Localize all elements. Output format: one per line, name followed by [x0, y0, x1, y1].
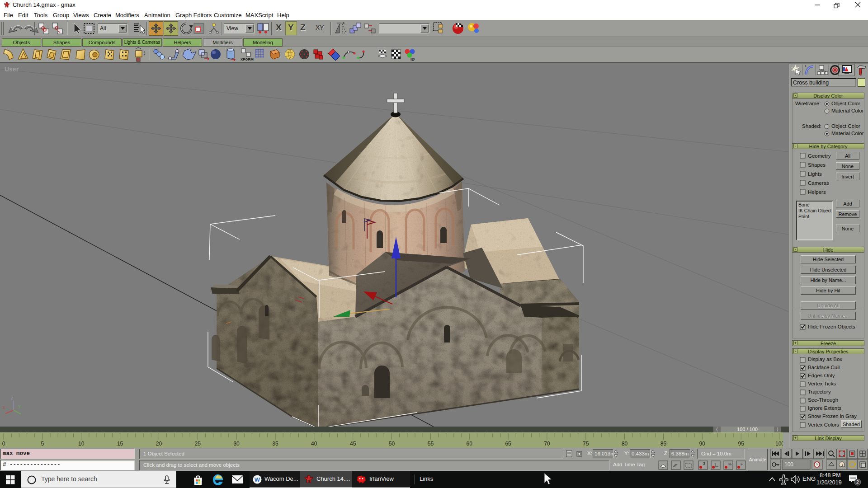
svg-text:z: z — [11, 395, 14, 400]
svg-text:70: 70 — [544, 441, 550, 447]
svg-text:55: 55 — [428, 441, 434, 447]
svg-text:W: W — [255, 476, 260, 483]
svg-text:45: 45 — [350, 441, 356, 447]
svg-text:30: 30 — [233, 441, 240, 447]
svg-text:x: x — [3, 404, 5, 410]
svg-text:100: 100 — [784, 461, 793, 468]
svg-text:60: 60 — [467, 441, 473, 447]
svg-text:25: 25 — [195, 441, 201, 447]
svg-text:100: 100 — [775, 441, 783, 447]
svg-text:65: 65 — [505, 441, 511, 447]
svg-text:0: 0 — [2, 441, 5, 447]
svg-text:90: 90 — [699, 441, 706, 447]
svg-text:F: F — [741, 462, 743, 466]
svg-text:10: 10 — [78, 441, 85, 447]
svg-text:95: 95 — [738, 441, 745, 447]
svg-text:80: 80 — [622, 441, 628, 447]
svg-text:%: % — [728, 462, 731, 466]
svg-text:75: 75 — [583, 441, 589, 447]
svg-text:20: 20 — [156, 441, 162, 447]
svg-text:y: y — [18, 403, 21, 408]
svg-text:ID: ID — [410, 57, 415, 61]
svg-text:15: 15 — [117, 441, 123, 447]
svg-text:35: 35 — [272, 441, 278, 447]
svg-text:3: 3 — [703, 461, 705, 466]
svg-text:50: 50 — [389, 441, 395, 447]
svg-text:2: 2 — [856, 479, 859, 485]
svg-text:40: 40 — [311, 441, 317, 447]
svg-text:User: User — [5, 66, 19, 73]
svg-text:85: 85 — [660, 441, 667, 447]
svg-text:XFORM: XFORM — [241, 57, 254, 61]
svg-text:5: 5 — [41, 441, 44, 447]
